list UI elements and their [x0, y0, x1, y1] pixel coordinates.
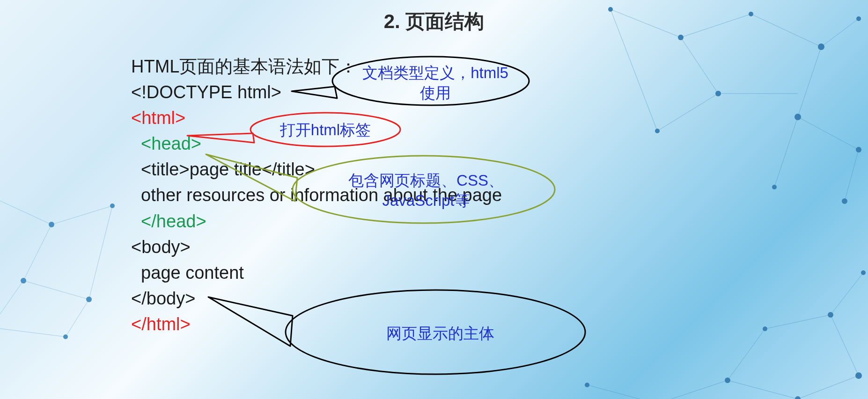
svg-line-6 — [798, 47, 821, 117]
svg-line-2 — [751, 14, 821, 47]
svg-line-42 — [728, 329, 765, 380]
svg-point-35 — [86, 297, 92, 302]
svg-line-26 — [23, 281, 89, 299]
svg-line-9 — [611, 9, 657, 131]
svg-point-52 — [828, 312, 833, 318]
section-title: 2. 页面结构 — [384, 8, 485, 35]
svg-line-10 — [774, 117, 798, 187]
svg-point-49 — [795, 396, 801, 399]
svg-point-20 — [655, 129, 660, 133]
svg-point-32 — [49, 222, 54, 227]
svg-line-29 — [0, 327, 66, 337]
svg-line-25 — [23, 225, 51, 281]
svg-line-45 — [831, 273, 863, 315]
svg-line-24 — [51, 206, 112, 225]
svg-point-14 — [749, 12, 753, 16]
svg-point-13 — [678, 35, 684, 40]
code-head-open: <head> — [131, 131, 502, 157]
svg-line-8 — [657, 94, 718, 131]
code-block: HTML页面的基本语法如下： <!DOCTYPE html> <html> <h… — [131, 54, 502, 337]
svg-point-48 — [725, 377, 730, 383]
svg-line-3 — [821, 19, 859, 47]
svg-point-21 — [772, 185, 777, 189]
code-head-close: </head> — [131, 209, 502, 234]
svg-point-18 — [794, 114, 801, 120]
code-page-content: page content — [131, 260, 502, 286]
bg-decoration-bottom-right — [540, 245, 868, 399]
bg-decoration-top-right — [587, 0, 868, 210]
svg-point-34 — [21, 278, 26, 283]
svg-line-23 — [0, 196, 51, 225]
svg-point-37 — [63, 334, 68, 339]
svg-point-46 — [585, 383, 589, 387]
svg-line-0 — [611, 9, 681, 37]
svg-line-41 — [798, 376, 859, 399]
svg-line-4 — [681, 37, 718, 94]
code-body-open: <body> — [131, 234, 502, 260]
svg-line-28 — [0, 281, 23, 327]
bg-decoration-left — [0, 178, 145, 341]
svg-line-40 — [728, 380, 798, 399]
svg-line-39 — [657, 380, 728, 399]
svg-line-38 — [587, 385, 657, 399]
svg-point-53 — [861, 270, 866, 275]
svg-line-27 — [89, 206, 112, 299]
code-html-close: </html> — [131, 312, 502, 337]
svg-line-30 — [66, 299, 89, 337]
intro-text: HTML页面的基本语法如下： — [131, 54, 502, 80]
code-other-line: other resources or information about the… — [131, 182, 502, 208]
svg-point-33 — [110, 203, 115, 208]
svg-point-19 — [856, 147, 861, 152]
svg-line-43 — [765, 315, 831, 329]
svg-point-12 — [608, 7, 613, 12]
code-doctype: <!DOCTYPE html> — [131, 80, 502, 105]
svg-point-50 — [855, 372, 862, 379]
code-html-open: <html> — [131, 105, 502, 131]
svg-point-16 — [856, 16, 861, 21]
svg-line-7 — [798, 117, 859, 150]
svg-point-51 — [763, 326, 767, 331]
svg-point-22 — [842, 198, 847, 204]
svg-line-44 — [831, 315, 859, 376]
svg-point-15 — [818, 44, 824, 50]
svg-line-11 — [845, 150, 859, 201]
svg-line-1 — [681, 14, 751, 37]
code-body-close: </body> — [131, 286, 502, 312]
code-title-line: <title>page title</title> — [131, 157, 502, 182]
svg-point-17 — [715, 91, 721, 96]
